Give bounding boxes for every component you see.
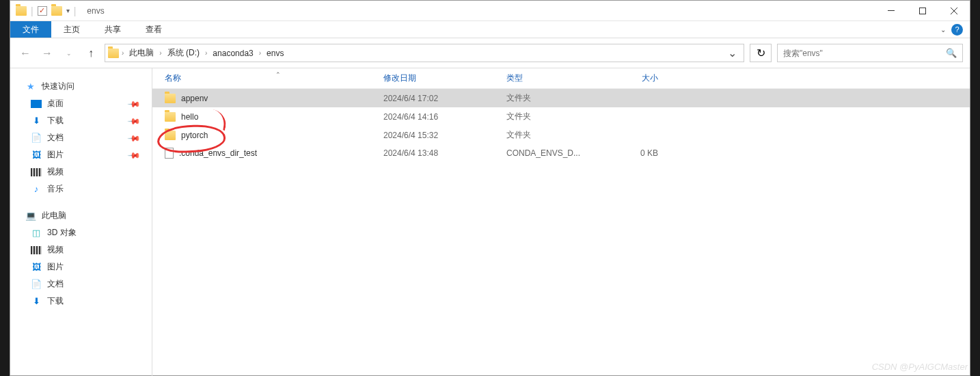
refresh-button[interactable]: ↻ xyxy=(750,44,772,62)
pin-icon: 📌 xyxy=(127,148,141,162)
file-row[interactable]: appenv 2024/6/4 17:02 文件夹 xyxy=(152,89,970,107)
pin-icon: 📌 xyxy=(127,131,141,145)
address-dropdown[interactable]: ⌄ xyxy=(723,44,741,62)
chevron-right-icon: › xyxy=(205,49,207,57)
up-button[interactable]: ↑ xyxy=(83,45,99,62)
svg-rect-0 xyxy=(888,10,895,11)
searchbar[interactable]: 🔍 xyxy=(777,44,963,62)
file-date: 2024/6/4 17:02 xyxy=(383,94,506,103)
sidebar-item-pic[interactable]: 🖼图片 xyxy=(10,258,152,276)
svg-rect-1 xyxy=(920,8,926,14)
breadcrumb-item[interactable]: 系统 (D:) xyxy=(163,46,204,60)
close-button[interactable] xyxy=(938,1,970,21)
navbar: ← → ⌄ ↑ › 此电脑 › 系统 (D:) › anaconda3 › en… xyxy=(10,38,970,68)
titlebar-icons: | ✓ ▾ | envs xyxy=(10,5,105,16)
file-row[interactable]: .conda_envs_dir_test 2024/6/4 13:48 COND… xyxy=(152,144,970,162)
breadcrumb-item[interactable]: 此电脑 xyxy=(125,46,158,60)
sidebar-item-desktop[interactable]: 桌面📌 xyxy=(10,95,152,112)
file-name: pytorch xyxy=(181,131,208,140)
dropdown-icon[interactable]: ▾ xyxy=(66,7,70,14)
chevron-right-icon: › xyxy=(159,49,161,57)
back-button[interactable]: ← xyxy=(17,45,33,62)
folder-icon xyxy=(165,94,176,103)
column-type[interactable]: 类型 xyxy=(506,72,610,84)
file-date: 2024/6/4 15:32 xyxy=(383,131,506,140)
file-type: 文件夹 xyxy=(506,129,610,141)
file-type: 文件夹 xyxy=(506,92,610,104)
file-size: 0 KB xyxy=(610,148,658,158)
content: ★ 快速访问 桌面📌⬇下载📌📄文档📌🖼图片📌视频♪音乐 💻 此电脑 ◫3D 对象… xyxy=(10,68,970,376)
pc-icon: 💻 xyxy=(25,211,36,221)
sidebar-this-pc[interactable]: 💻 此电脑 xyxy=(10,207,152,224)
sidebar-item-pic[interactable]: 🖼图片📌 xyxy=(10,146,152,163)
sidebar-item-doc[interactable]: 📄文档 xyxy=(10,276,152,293)
file-date: 2024/6/4 14:16 xyxy=(383,112,506,122)
column-name[interactable]: 名称⌃ xyxy=(165,72,383,84)
tab-share[interactable]: 共享 xyxy=(92,21,133,38)
titlebar: | ✓ ▾ | envs xyxy=(10,1,970,21)
star-icon: ★ xyxy=(25,81,36,92)
window-title: envs xyxy=(87,6,104,16)
file-name: hello xyxy=(181,112,198,122)
search-icon[interactable]: 🔍 xyxy=(946,48,957,58)
explorer-window: | ✓ ▾ | envs 文件 主页 共享 查看 ⌄ ? ← → ⌄ ↑ xyxy=(10,0,970,376)
breadcrumb-item[interactable]: anaconda3 xyxy=(208,47,257,59)
sort-asc-icon: ⌃ xyxy=(275,71,281,78)
folder-icon[interactable] xyxy=(51,6,62,16)
file-icon xyxy=(165,148,174,159)
filelist: 名称⌃ 修改日期 类型 大小 appenv 2024/6/4 17:02 文件夹… xyxy=(152,68,970,376)
sidebar-item-video[interactable]: 视频 xyxy=(10,163,152,180)
separator-icon: | xyxy=(31,5,33,16)
sidebar-item-3d[interactable]: ◫3D 对象 xyxy=(10,224,152,241)
file-date: 2024/6/4 13:48 xyxy=(383,148,506,158)
watermark: CSDN @PyAIGCMaster xyxy=(872,362,968,372)
forward-button[interactable]: → xyxy=(39,45,55,62)
breadcrumb: › 此电脑 › 系统 (D:) › anaconda3 › envs xyxy=(122,46,723,60)
pin-icon: 📌 xyxy=(127,113,141,128)
sidebar-item-music[interactable]: ♪音乐 xyxy=(10,180,152,198)
sidebar-item-video[interactable]: 视频 xyxy=(10,241,152,258)
tab-view[interactable]: 查看 xyxy=(133,21,174,38)
sidebar-item-doc[interactable]: 📄文档📌 xyxy=(10,129,152,146)
file-type: CONDA_ENVS_D... xyxy=(506,148,610,158)
sidebar: ★ 快速访问 桌面📌⬇下载📌📄文档📌🖼图片📌视频♪音乐 💻 此电脑 ◫3D 对象… xyxy=(10,68,152,376)
folder-icon xyxy=(108,49,119,58)
history-dropdown[interactable]: ⌄ xyxy=(61,45,77,62)
sidebar-item-download[interactable]: ⬇下载📌 xyxy=(10,112,152,129)
checkbox-icon[interactable]: ✓ xyxy=(38,6,47,16)
chevron-right-icon: › xyxy=(122,49,124,57)
sidebar-item-download[interactable]: ⬇下载 xyxy=(10,293,152,310)
separator-icon: | xyxy=(74,5,77,16)
tab-home[interactable]: 主页 xyxy=(51,21,92,38)
chevron-right-icon: › xyxy=(259,49,261,57)
folder-icon xyxy=(165,112,176,122)
file-row[interactable]: hello 2024/6/4 14:16 文件夹 xyxy=(152,107,970,126)
file-type: 文件夹 xyxy=(506,111,610,122)
file-row[interactable]: pytorch 2024/6/4 15:32 文件夹 xyxy=(152,126,970,144)
pin-icon: 📌 xyxy=(127,96,141,111)
folder-icon xyxy=(165,131,176,140)
minimize-button[interactable] xyxy=(875,1,907,21)
app-icon[interactable] xyxy=(16,6,27,16)
breadcrumb-item[interactable]: envs xyxy=(262,47,288,59)
maximize-button[interactable] xyxy=(907,1,938,21)
help-icon[interactable]: ? xyxy=(951,24,963,36)
file-name: .conda_envs_dir_test xyxy=(179,148,257,158)
column-headers: 名称⌃ 修改日期 类型 大小 xyxy=(152,68,970,89)
tab-file[interactable]: 文件 xyxy=(10,21,51,38)
ribbon: 文件 主页 共享 查看 ⌄ ? xyxy=(10,21,970,38)
file-name: appenv xyxy=(181,94,208,103)
column-size[interactable]: 大小 xyxy=(610,72,658,84)
search-input[interactable] xyxy=(783,49,946,58)
window-controls xyxy=(875,1,970,21)
chevron-down-icon[interactable]: ⌄ xyxy=(940,26,946,33)
sidebar-quick-access[interactable]: ★ 快速访问 xyxy=(10,78,152,95)
addressbar[interactable]: › 此电脑 › 系统 (D:) › anaconda3 › envs ⌄ xyxy=(105,44,744,62)
column-date[interactable]: 修改日期 xyxy=(383,72,506,84)
